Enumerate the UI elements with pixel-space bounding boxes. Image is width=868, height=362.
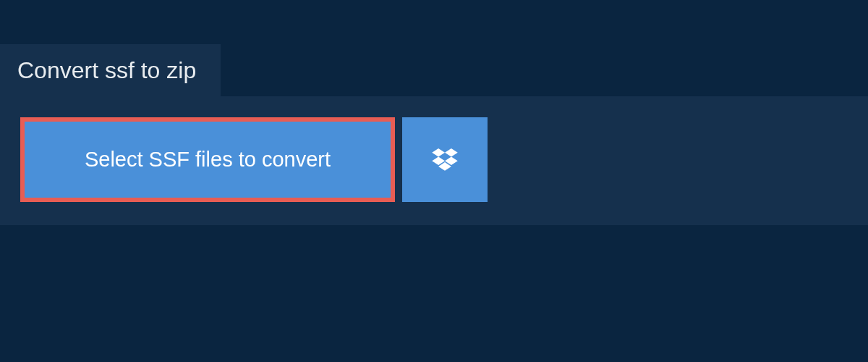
select-files-button[interactable]: Select SSF files to convert	[25, 122, 391, 198]
tab-label: Convert ssf to zip	[17, 57, 196, 83]
button-row: Select SSF files to convert	[20, 117, 848, 202]
select-button-highlight: Select SSF files to convert	[20, 117, 395, 202]
tab-convert-ssf-to-zip[interactable]: Convert ssf to zip	[0, 44, 221, 97]
dropbox-button[interactable]	[402, 117, 488, 202]
select-files-label: Select SSF files to convert	[85, 148, 331, 171]
dropbox-icon	[432, 148, 458, 172]
tab-bar: Convert ssf to zip	[0, 44, 221, 97]
conversion-panel: Select SSF files to convert	[0, 96, 868, 225]
